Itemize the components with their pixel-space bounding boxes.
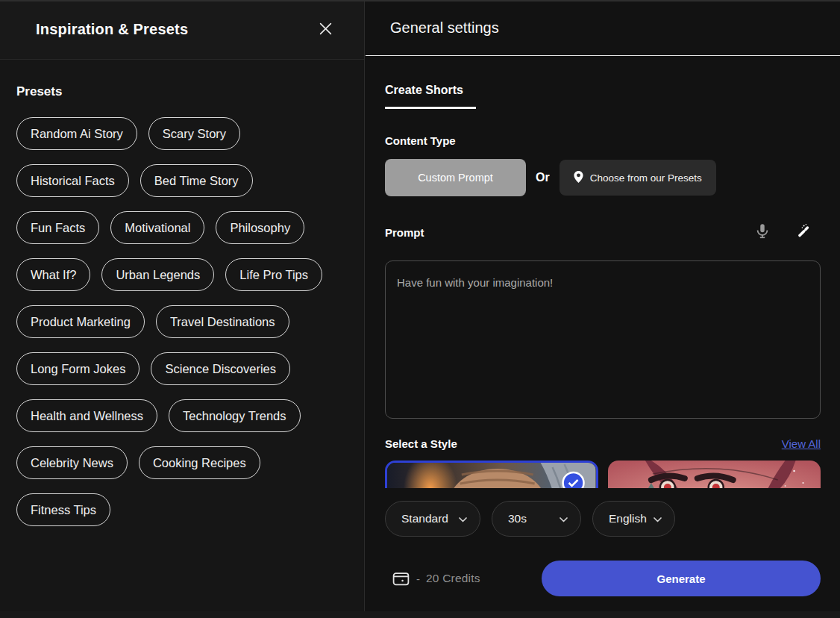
style-cards-row (385, 461, 821, 488)
preset-pill[interactable]: Health and Wellness (16, 399, 157, 432)
preset-pill[interactable]: Historical Facts (16, 164, 129, 197)
credits-count: 20 Credits (426, 572, 480, 585)
preset-pill[interactable]: Motivational (110, 211, 204, 244)
inspiration-presets-header: Inspiration & Presets (0, 0, 364, 60)
choose-presets-button[interactable]: Choose from our Presets (560, 160, 716, 196)
generate-button[interactable]: Generate (542, 561, 821, 596)
presets-section-title: Presets (16, 84, 348, 99)
enhance-prompt-button[interactable] (796, 223, 812, 241)
style-card-illustrated[interactable] (608, 461, 821, 488)
choose-presets-label: Choose from our Presets (590, 172, 702, 184)
chevron-down-icon (653, 512, 662, 525)
view-all-link[interactable]: View All (782, 437, 821, 450)
preset-pill[interactable]: Urban Legends (101, 258, 214, 291)
preset-pill[interactable]: Philosophy (216, 211, 304, 244)
tab-create-shorts[interactable]: Create Shorts (385, 84, 476, 109)
or-text: Or (536, 171, 550, 184)
preset-pill[interactable]: Technology Trends (169, 399, 301, 432)
preset-pill[interactable]: What If? (16, 258, 90, 291)
preset-pill[interactable]: Random Ai Story (16, 117, 137, 150)
select-style-label: Select a Style (385, 437, 457, 450)
preset-pill[interactable]: Long Form Jokes (16, 352, 140, 385)
page-title: General settings (390, 19, 499, 37)
preset-pill[interactable]: Scary Story (148, 117, 240, 150)
quality-dropdown[interactable]: Standard (385, 501, 480, 537)
content-type-label: Content Type (385, 134, 821, 147)
preset-pill[interactable]: Fun Facts (16, 211, 99, 244)
preset-pill[interactable]: Science Discoveries (151, 352, 290, 385)
prompt-input[interactable] (385, 260, 821, 419)
preset-pill[interactable]: Travel Destinations (156, 305, 289, 338)
style-thumbnail-illustrated (608, 461, 821, 488)
voice-input-button[interactable] (754, 222, 771, 242)
general-settings-header: General settings (366, 0, 840, 56)
close-button[interactable] (316, 21, 334, 39)
quality-value: Standard (401, 512, 448, 525)
duration-value: 30s (508, 512, 527, 525)
preset-pill[interactable]: Product Marketing (16, 305, 145, 338)
presets-list: Random Ai StoryScary StoryHistorical Fac… (16, 117, 348, 526)
credits-minus: - (416, 572, 420, 585)
wallet-icon (392, 569, 410, 588)
preset-pill[interactable]: Bed Time Story (140, 164, 253, 197)
style-thumbnail-realistic (387, 463, 596, 488)
prompt-label: Prompt (385, 226, 424, 239)
custom-prompt-button[interactable]: Custom Prompt (385, 159, 526, 196)
preset-pill[interactable]: Life Pro Tips (225, 258, 322, 291)
chevron-down-icon (560, 512, 568, 525)
close-icon (319, 22, 332, 37)
location-pin-icon (574, 171, 583, 185)
duration-dropdown[interactable]: 30s (492, 501, 581, 537)
microphone-icon (754, 222, 771, 242)
language-dropdown[interactable]: English (592, 501, 675, 537)
magic-wand-icon (796, 223, 812, 241)
general-settings-panel: General settings Create Shorts Content T… (366, 0, 840, 618)
style-card-realistic-selected[interactable] (385, 461, 598, 488)
panel-title: Inspiration & Presets (36, 21, 188, 38)
inspiration-presets-panel: Inspiration & Presets Presets Random Ai … (0, 0, 365, 618)
preset-pill[interactable]: Cooking Recipes (139, 446, 260, 479)
preset-pill[interactable]: Fitness Tips (16, 493, 110, 526)
preset-pill[interactable]: Celebrity News (16, 446, 128, 479)
modal-top-edge (0, 0, 840, 1)
modal-bottom-edge (0, 611, 840, 618)
chevron-down-icon (459, 512, 467, 525)
language-value: English (609, 512, 647, 525)
